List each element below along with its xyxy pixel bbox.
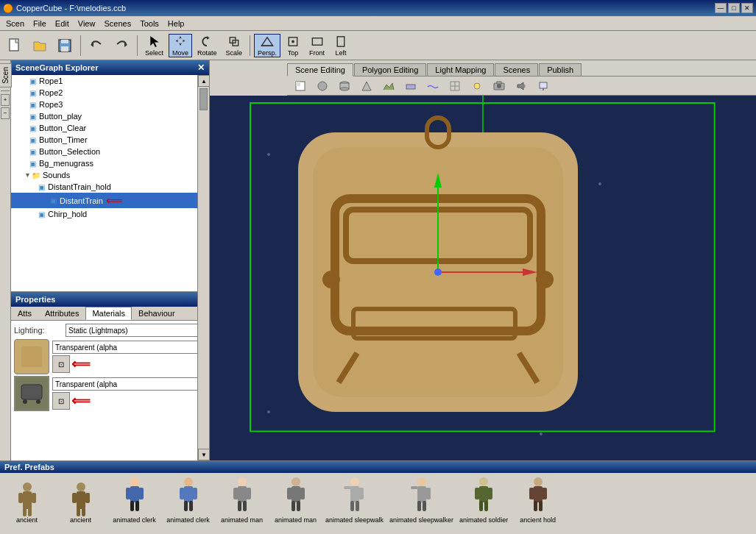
viewport-background (210, 96, 756, 460)
scale-tool-button[interactable]: Scale (222, 34, 247, 57)
lighting-dropdown[interactable]: Static (Lightmaps) ▼ (66, 324, 206, 337)
water-icon[interactable] (423, 78, 443, 94)
new-button[interactable] (3, 34, 27, 57)
tab-light-mapping[interactable]: Light Mapping (427, 63, 494, 76)
minimize-button[interactable]: — (715, 3, 727, 13)
mesh-icon[interactable] (445, 78, 465, 94)
terrain-icon[interactable] (378, 78, 399, 94)
rotate-tool-button[interactable]: Rotate (194, 34, 221, 57)
close-button[interactable]: ✕ (741, 3, 753, 13)
top-view-button[interactable]: Top (282, 34, 304, 57)
menu-scen[interactable]: Scen (1, 18, 29, 29)
prefab-animated-sleepwalk[interactable]: animated sleepwalk (325, 476, 384, 524)
tree-item-rope1[interactable]: ▣ Rope1 (11, 75, 209, 87)
redo-icon (114, 38, 129, 53)
tree-item-chirp-hold[interactable]: ▣ Chirp_hold (11, 208, 209, 220)
svg-rect-31 (497, 82, 501, 84)
tree-item-button-timer[interactable]: ▣ Button_Timer (11, 134, 209, 146)
tree-item-distanttrain[interactable]: ▣ DistantTrain ⟸ (11, 193, 209, 208)
select-tool-button[interactable]: Select (141, 34, 167, 57)
prefab-animated-clerk-2[interactable]: animated clerk (164, 476, 212, 524)
persp-view-button[interactable]: Persp. (254, 34, 280, 57)
material-actions-2: ⊡ ⟸ (52, 392, 206, 410)
tab-scene-editing[interactable]: Scene Editing (287, 63, 353, 76)
menu-view[interactable]: View (74, 18, 100, 29)
toolbar-separator-3 (250, 35, 250, 56)
tab-atts[interactable]: Atts (11, 307, 38, 320)
left-view-button[interactable]: Left (330, 34, 352, 57)
material-edit-button-1[interactable]: ⊡ (52, 355, 70, 373)
prefab-animated-soldier[interactable]: animated soldier (459, 476, 508, 524)
3d-viewport[interactable] (210, 96, 756, 460)
undo-icon (89, 38, 104, 53)
prefab-animated-man-2[interactable]: animated man (272, 476, 319, 524)
front-view-button[interactable]: Front (305, 34, 328, 57)
tree-item-rope2[interactable]: ▣ Rope2 (11, 87, 209, 99)
material-type-dropdown-1[interactable]: Transparent (alpha ▼ (52, 341, 206, 354)
prefab-animated-clerk-1[interactable]: animated clerk (110, 476, 158, 524)
scen-tab[interactable]: Scen (0, 63, 12, 88)
title-bar-controls[interactable]: — □ ✕ (715, 3, 753, 13)
prefab-animated-man-1[interactable]: animated man (218, 476, 266, 524)
material-type-dropdown-2[interactable]: Transparent (alpha ▼ (52, 377, 206, 391)
prefabs-content: ancient ancient animated clerk animated … (0, 473, 756, 534)
collapse-left-button[interactable]: − (1, 107, 10, 119)
tab-behaviour[interactable]: Behaviour (132, 307, 182, 320)
svg-rect-108 (425, 488, 431, 499)
billboard-icon[interactable] (533, 78, 554, 94)
prefab-animated-sleepwalker[interactable]: animated sleepwalker (389, 476, 453, 524)
add-object-icon[interactable] (290, 78, 311, 94)
svg-rect-70 (77, 491, 85, 509)
prefab-ancient-2[interactable]: ancient (57, 476, 105, 524)
cylinder-icon[interactable] (334, 78, 355, 94)
plane-icon[interactable] (400, 78, 421, 94)
menu-tools[interactable]: Tools (135, 18, 163, 29)
sphere-icon[interactable] (312, 78, 333, 94)
tree-item-button-clear[interactable]: ▣ Button_Clear (11, 122, 209, 134)
menu-scenes[interactable]: Scenes (99, 18, 135, 29)
menu-help[interactable]: Help (163, 18, 189, 29)
menu-edit[interactable]: Edit (51, 18, 74, 29)
scene-graph-content[interactable]: ▣ Rope1 ▣ Rope2 ▣ Rope3 ▣ Button_play ▣ (11, 75, 209, 291)
svg-rect-36 (21, 346, 42, 367)
props-scroll-track (198, 112, 209, 449)
tree-item-button-play[interactable]: ▣ Button_play (11, 110, 209, 122)
tree-item-bg-menugrass[interactable]: ▣ Bg_menugrass (11, 157, 209, 169)
tab-publish[interactable]: Publish (539, 63, 582, 76)
title-bar: 🟠 CopperCube - F:\melodies.ccb — □ ✕ (0, 0, 756, 16)
tree-item-distanttrain-hold[interactable]: ▣ DistantTrain_hold (11, 181, 209, 193)
tab-scenes[interactable]: Scenes (495, 63, 538, 76)
tree-item-sounds[interactable]: ▼ 📁 Sounds (11, 169, 209, 181)
tab-attributes[interactable]: Attributes (38, 307, 85, 320)
svg-rect-38 (21, 385, 42, 399)
speaker-icon[interactable] (511, 78, 531, 94)
left-label: Left (336, 49, 347, 57)
prefab-ancient-1[interactable]: ancient (3, 476, 51, 524)
undo-button[interactable] (85, 34, 108, 57)
properties-scrollbar[interactable]: ▲ ▼ (197, 75, 209, 460)
maximize-button[interactable]: □ (728, 3, 740, 13)
tab-polygon-editing[interactable]: Polygon Editing (354, 63, 426, 76)
tree-item-rope3[interactable]: ▣ Rope3 (11, 99, 209, 110)
material-edit-button-2[interactable]: ⊡ (52, 392, 70, 410)
props-scroll-down[interactable]: ▼ (198, 449, 210, 460)
props-scroll-thumb[interactable] (199, 88, 208, 110)
svg-point-48 (322, 271, 340, 288)
prefab-extra-1[interactable]: ancient hold (514, 476, 562, 524)
menu-file[interactable]: File (29, 18, 51, 29)
prefab-figure-extra-1 (520, 476, 557, 516)
scene-graph-close-button[interactable]: ✕ (197, 63, 205, 73)
save-button[interactable] (53, 34, 77, 57)
triangle-icon[interactable] (356, 78, 377, 94)
new-icon (7, 38, 22, 53)
tab-materials[interactable]: Materials (85, 307, 132, 320)
camera-icon[interactable] (489, 78, 509, 94)
props-scroll-up[interactable]: ▲ (198, 75, 210, 87)
open-button[interactable] (28, 34, 52, 57)
redo-button[interactable] (110, 34, 133, 57)
light-icon[interactable] (467, 78, 487, 94)
move-tool-button[interactable]: Move (169, 34, 192, 57)
tree-item-button-selection[interactable]: ▣ Button_Selection (11, 146, 209, 157)
expand-left-button[interactable]: + (1, 94, 10, 106)
prefab-figure-animated-sleepwalker (403, 476, 440, 516)
